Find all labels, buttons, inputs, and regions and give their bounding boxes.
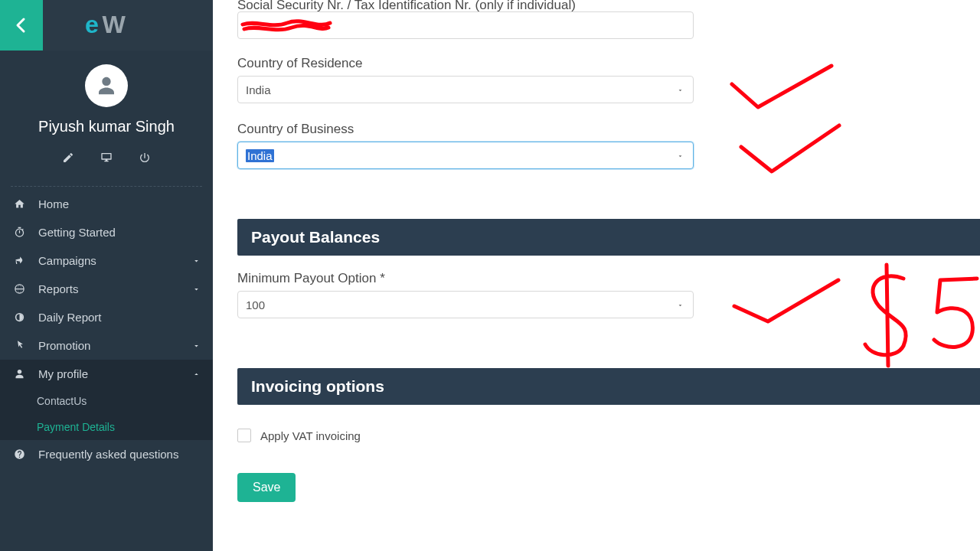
question-icon — [14, 448, 25, 460]
chevron-left-icon — [12, 16, 31, 34]
profile-block: Piyush kumar Singh — [0, 51, 213, 181]
brand-logo[interactable]: e W — [43, 0, 213, 51]
minimum-payout-select[interactable]: 100 — [237, 291, 694, 318]
sidebar-item-daily-report[interactable]: Daily Report — [0, 303, 213, 331]
pointer-icon — [14, 340, 25, 351]
sidebar-item-home[interactable]: Home — [0, 190, 213, 218]
sidebar-subnav-my-profile: ContactUs Payment Details — [0, 388, 213, 440]
payout-balances-header: Payout Balances — [237, 219, 980, 256]
chevron-up-icon — [192, 370, 201, 378]
chevron-down-icon — [192, 256, 201, 265]
sidebar-item-my-profile[interactable]: My profile — [0, 360, 213, 388]
svg-text:e: e — [85, 11, 99, 38]
sidebar-item-label: Daily Report — [38, 311, 102, 324]
sidebar-item-promotion[interactable]: Promotion — [0, 331, 213, 360]
country-of-business-select[interactable]: India — [237, 142, 694, 169]
chevron-down-icon — [192, 285, 201, 293]
stopwatch-icon — [14, 227, 25, 238]
sidebar-item-label: Frequently asked questions — [38, 448, 178, 461]
sidebar-subitem-label: ContactUs — [37, 395, 87, 407]
chevron-down-icon — [192, 341, 201, 350]
sidebar-item-label: Home — [38, 197, 69, 210]
back-button[interactable] — [0, 0, 43, 51]
bullhorn-icon — [14, 255, 25, 266]
sidebar-subitem-contact-us[interactable]: ContactUs — [0, 388, 213, 414]
country-of-business-value: India — [246, 149, 274, 162]
sidebar-item-label: Getting Started — [38, 226, 116, 239]
dropdown-caret-icon — [677, 153, 684, 160]
sidebar-item-campaigns[interactable]: Campaigns — [0, 246, 213, 275]
sidebar-subitem-payment-details[interactable]: Payment Details — [0, 414, 213, 440]
country-of-residence-select[interactable]: India — [237, 76, 694, 103]
logout-button[interactable] — [138, 151, 152, 165]
minimum-payout-label: Minimum Payout Option * — [237, 271, 694, 286]
dropdown-caret-icon — [677, 302, 684, 309]
sidebar-item-label: Campaigns — [38, 254, 96, 267]
globe-icon — [14, 283, 25, 295]
sidebar-item-label: Reports — [38, 282, 79, 295]
sidebar-subitem-label: Payment Details — [37, 421, 115, 433]
desktop-button[interactable] — [100, 151, 113, 165]
save-button[interactable]: Save — [237, 473, 296, 502]
sidebar-item-getting-started[interactable]: Getting Started — [0, 218, 213, 246]
edit-profile-button[interactable] — [61, 151, 75, 165]
avatar[interactable] — [85, 64, 128, 107]
country-of-residence-value: India — [246, 83, 271, 96]
home-icon — [14, 198, 25, 210]
sidebar-item-label: Promotion — [38, 339, 90, 352]
user-icon — [14, 368, 25, 380]
user-name: Piyush kumar Singh — [38, 118, 175, 135]
sidebar: Piyush kumar Singh Home Getting Started … — [0, 51, 213, 551]
dropdown-caret-icon — [677, 87, 684, 94]
invoicing-options-header: Invoicing options — [237, 368, 980, 405]
user-icon — [95, 74, 118, 97]
sidebar-item-faq[interactable]: Frequently asked questions — [0, 440, 213, 468]
pencil-icon — [62, 152, 74, 164]
country-of-business-label: Country of Business — [237, 122, 694, 137]
apply-vat-checkbox[interactable] — [237, 429, 251, 442]
sidebar-item-label: My profile — [38, 367, 88, 380]
minimum-payout-value: 100 — [246, 298, 265, 311]
power-icon — [139, 152, 151, 164]
ssn-input[interactable] — [237, 11, 694, 39]
apply-vat-label: Apply VAT invoicing — [260, 429, 361, 442]
country-of-residence-label: Country of Residence — [237, 56, 694, 71]
desktop-icon — [100, 152, 113, 164]
sidebar-item-reports[interactable]: Reports — [0, 275, 213, 303]
svg-text:W: W — [102, 11, 126, 38]
sidebar-divider — [11, 186, 202, 187]
globe-icon — [14, 311, 25, 323]
